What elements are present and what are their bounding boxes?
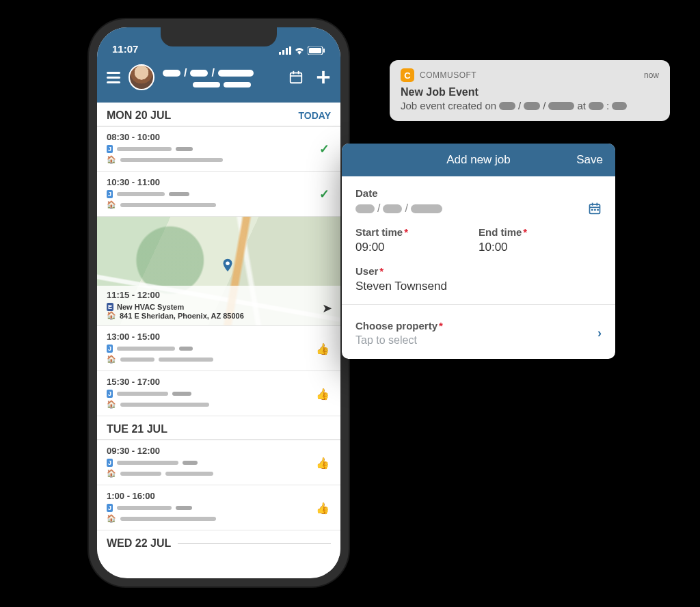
svg-rect-20 [597, 209, 599, 211]
day-label: MON 20 JUL [107, 109, 171, 122]
job-item[interactable]: 15:30 - 17:00 J 🏠 👍 [97, 371, 340, 416]
today-link[interactable]: TODAY [299, 110, 331, 121]
map-pin-icon [220, 258, 235, 273]
job-address: 841 E Sheridan, Phoenix, AZ 85006 [120, 312, 244, 320]
home-icon: 🏠 [107, 355, 116, 364]
job-time: 13:00 - 15:00 [107, 332, 331, 342]
calendar-icon[interactable] [288, 70, 304, 85]
signal-icon [279, 46, 291, 55]
svg-rect-18 [591, 209, 593, 211]
thumbs-up-icon: 👍 [316, 342, 329, 354]
home-icon: 🏠 [107, 400, 116, 409]
calendar-icon[interactable] [588, 202, 602, 215]
svg-rect-3 [289, 46, 291, 55]
home-icon: 🏠 [107, 514, 116, 523]
property-label: Choose property* [355, 320, 443, 332]
start-time-label: Start time* [355, 226, 479, 238]
svg-rect-2 [286, 48, 288, 55]
check-icon: ✓ [319, 187, 329, 201]
home-icon: 🏠 [107, 311, 116, 320]
thumbs-up-icon: 👍 [316, 502, 329, 513]
panel-header: Add new job Save [342, 144, 615, 176]
job-tag: J [107, 190, 113, 198]
job-tag: J [107, 390, 113, 398]
job-item[interactable]: 09:30 - 12:00 J 🏠 👍 [97, 440, 340, 485]
end-time-input[interactable]: 10:00 [479, 241, 602, 254]
home-icon: 🏠 [107, 200, 116, 209]
home-icon: 🏠 [107, 155, 116, 164]
job-map[interactable]: 11:15 - 12:00 ENew HVAC System 🏠841 E Sh… [97, 217, 340, 326]
map-job-overlay[interactable]: 11:15 - 12:00 ENew HVAC System 🏠841 E Sh… [97, 286, 340, 325]
user-input[interactable]: Steven Townsend [355, 280, 602, 293]
add-icon[interactable] [316, 70, 331, 85]
date-label: Date [355, 187, 602, 199]
svg-rect-7 [291, 73, 302, 83]
estimate-tag: E [107, 303, 113, 311]
job-time: 15:30 - 17:00 [107, 377, 331, 387]
thumbs-up-icon: 👍 [316, 388, 329, 399]
svg-rect-5 [309, 48, 321, 53]
svg-rect-17 [597, 203, 598, 206]
svg-point-13 [226, 262, 230, 266]
notification-body: Job event created on // at : [401, 100, 659, 111]
avatar[interactable] [129, 64, 154, 90]
check-icon: ✓ [319, 142, 329, 156]
svg-rect-0 [279, 52, 281, 55]
svg-rect-14 [590, 204, 600, 213]
user-label: User* [355, 265, 602, 277]
date-input[interactable]: // [355, 202, 602, 215]
save-button[interactable]: Save [576, 144, 603, 176]
chevron-right-icon: › [597, 326, 602, 340]
svg-rect-16 [592, 203, 593, 206]
job-time: 10:30 - 11:00 [107, 177, 331, 187]
notification-title: New Job Event [401, 86, 659, 98]
status-icons [279, 46, 325, 55]
job-tag: J [107, 145, 113, 153]
job-time: 1:00 - 16:00 [107, 491, 331, 501]
job-title: New HVAC System [117, 303, 184, 311]
start-time-input[interactable]: 09:00 [355, 241, 479, 254]
job-time: 11:15 - 12:00 [107, 290, 331, 300]
svg-rect-10 [298, 71, 299, 75]
notification-app-name: COMMUSOFT [420, 70, 638, 80]
job-tag: J [107, 504, 113, 512]
job-time: 09:30 - 12:00 [107, 446, 331, 456]
job-item[interactable]: 13:00 - 15:00 J 🏠 👍 [97, 326, 340, 371]
svg-rect-1 [282, 50, 284, 55]
notification-app-icon: C [401, 68, 414, 82]
job-time: 08:30 - 10:00 [107, 132, 331, 142]
notification-body-text: at [577, 100, 586, 111]
day-label: WED 22 JUL [107, 537, 171, 550]
phone-frame: 11:07 / / [89, 19, 349, 586]
day-header: MON 20 JUL TODAY [97, 103, 340, 126]
menu-icon[interactable] [107, 72, 120, 83]
job-item[interactable]: 10:30 - 11:00 J 🏠 ✓ [97, 172, 340, 217]
phone-screen: 11:07 / / [97, 27, 340, 578]
notification-body-text: Job event created on [401, 100, 496, 111]
choose-property-row[interactable]: Choose property* Tap to select › [342, 310, 615, 359]
add-job-panel: Add new job Save Date // Start time* 09:… [342, 144, 615, 359]
thumbs-up-icon: 👍 [316, 457, 329, 468]
property-placeholder: Tap to select [355, 334, 443, 347]
status-time: 11:07 [112, 43, 138, 55]
end-time-label: End time* [479, 226, 602, 238]
header-info: / / [163, 67, 280, 87]
panel-title: Add new job [446, 153, 511, 167]
wifi-icon [294, 46, 305, 55]
job-item[interactable]: 08:30 - 10:00 J 🏠 ✓ [97, 126, 340, 172]
job-tag: J [107, 459, 113, 467]
push-notification[interactable]: C COMMUSOFT now New Job Event Job event … [390, 60, 670, 121]
navigate-icon[interactable]: ➤ [322, 301, 332, 316]
job-item[interactable]: 1:00 - 16:00 J 🏠 👍 [97, 485, 340, 530]
day-header: TUE 21 JUL [97, 416, 340, 440]
phone-notch [161, 27, 277, 46]
svg-rect-12 [317, 76, 329, 79]
day-header: WED 22 JUL [97, 530, 340, 554]
svg-rect-6 [323, 49, 325, 53]
battery-icon [308, 46, 325, 55]
schedule-list[interactable]: MON 20 JUL TODAY 08:30 - 10:00 J 🏠 ✓ 10:… [97, 103, 340, 571]
notification-time: now [644, 70, 659, 80]
svg-rect-9 [293, 71, 294, 75]
divider [342, 304, 615, 305]
svg-rect-19 [594, 209, 596, 211]
